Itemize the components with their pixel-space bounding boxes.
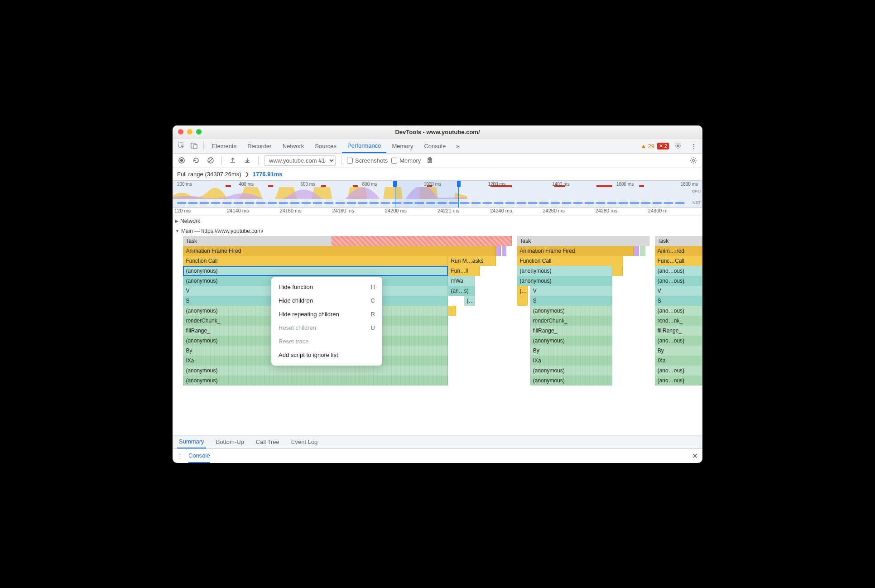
flame-entry[interactable]: (ano…ous) — [655, 336, 702, 346]
tab-performance[interactable]: Performance — [342, 139, 386, 153]
flame-entry[interactable]: (ano…ous) — [655, 306, 702, 316]
network-track-header[interactable]: ▶ Network — [173, 216, 702, 226]
flame-entry[interactable]: Animation Frame Fired — [183, 246, 495, 256]
flame-entry[interactable]: (an…s) — [448, 286, 475, 296]
detail-tab-bottom-up[interactable]: Bottom-Up — [214, 435, 246, 448]
recording-select[interactable]: www.youtube.com #1 — [264, 155, 336, 166]
screenshots-checkbox-input[interactable] — [347, 158, 353, 164]
tab-recorder[interactable]: Recorder — [242, 139, 277, 153]
tab-memory[interactable]: Memory — [386, 139, 418, 153]
flame-entry[interactable]: By — [655, 346, 702, 356]
flame-entry[interactable]: (… — [517, 286, 528, 296]
flame-entry[interactable]: Anim…ired — [655, 246, 702, 256]
breadcrumb-full-range[interactable]: Full range (34307.26ms) — [177, 171, 241, 178]
flame-entry[interactable]: Fun…ll — [448, 266, 480, 276]
screenshots-checkbox[interactable]: Screenshots — [347, 157, 388, 164]
memory-checkbox-input[interactable] — [391, 158, 397, 164]
flame-entry[interactable]: V — [655, 286, 702, 296]
flame-entry[interactable]: rend…nk_ — [655, 316, 702, 326]
detail-tab-summary[interactable]: Summary — [177, 435, 206, 448]
context-menu-item-hide-repeating[interactable]: Hide repeating children R — [271, 308, 382, 321]
garbage-collect-icon[interactable] — [424, 155, 435, 166]
inspect-element-icon[interactable] — [175, 140, 188, 152]
maximize-window-button[interactable] — [196, 129, 202, 135]
flame-entry[interactable] — [612, 266, 623, 276]
flame-entry[interactable]: (anonymous) — [530, 366, 612, 376]
flame-entry[interactable]: (anonymous) — [183, 376, 448, 386]
more-tabs-icon[interactable]: » — [451, 140, 464, 152]
flame-entry[interactable]: (anonymous) — [517, 266, 613, 276]
context-menu-item-hide-function[interactable]: Hide function H — [271, 280, 382, 294]
flame-entry[interactable] — [634, 246, 639, 256]
flame-longtask[interactable] — [332, 236, 512, 246]
tab-sources[interactable]: Sources — [309, 139, 342, 153]
kebab-menu-icon[interactable]: ⋮ — [687, 140, 700, 152]
record-button-icon[interactable] — [176, 155, 187, 166]
flame-entry[interactable]: Task — [655, 236, 702, 246]
flame-entry[interactable]: Task — [517, 236, 650, 246]
flame-entry[interactable]: IXa — [655, 356, 702, 366]
context-menu-item-hide-children[interactable]: Hide children C — [271, 294, 382, 308]
reload-button-icon[interactable] — [191, 155, 202, 166]
triangle-right-icon: ▶ — [175, 219, 178, 223]
flame-entry[interactable]: (ano…ous) — [655, 266, 702, 276]
flame-entry[interactable]: (anonymous) — [530, 376, 612, 386]
flame-entry[interactable]: (ano…ous) — [655, 276, 702, 286]
drawer-menu-icon[interactable]: ⋮ — [177, 453, 183, 459]
device-toggle-icon[interactable] — [188, 140, 201, 152]
flame-entry[interactable]: (… — [464, 296, 475, 306]
close-drawer-icon[interactable]: ✕ — [692, 452, 698, 460]
capture-settings-icon[interactable] — [688, 155, 699, 166]
flame-entry[interactable] — [517, 296, 528, 306]
tab-elements[interactable]: Elements — [207, 139, 242, 153]
close-window-button[interactable] — [178, 129, 183, 135]
flame-entry[interactable]: (anonymous) — [183, 366, 448, 376]
detail-tab-event-log[interactable]: Event Log — [289, 435, 320, 448]
flame-entry[interactable]: (anonymous) — [517, 276, 613, 286]
flame-entry[interactable] — [496, 246, 501, 256]
flame-entry[interactable]: Func…Call — [655, 256, 702, 266]
context-menu-item-ignore-list[interactable]: Add script to ignore list — [271, 348, 382, 362]
flame-entry[interactable]: (anonymous) — [530, 336, 612, 346]
flame-entry[interactable] — [640, 246, 645, 256]
flame-entry[interactable]: renderChunk_ — [530, 316, 612, 326]
console-tab[interactable]: Console — [188, 448, 210, 463]
breadcrumb-current[interactable]: 1776.91ms — [253, 171, 283, 178]
main-tabbar: Elements Recorder Network Sources Perfor… — [173, 139, 702, 154]
detail-tab-call-tree[interactable]: Call Tree — [254, 435, 281, 448]
flame-chart[interactable]: ▶ Network ▼ Main — https://www.youtube.c… — [173, 216, 702, 435]
flame-entry[interactable]: (anonymous) — [530, 306, 612, 316]
main-track-header[interactable]: ▼ Main — https://www.youtube.com/ — [173, 226, 702, 236]
memory-checkbox[interactable]: Memory — [391, 157, 421, 164]
flame-entry[interactable]: mWa — [448, 276, 475, 286]
download-icon[interactable] — [242, 155, 253, 166]
flame-entry[interactable]: Animation Frame Fired — [517, 246, 634, 256]
flame-entry[interactable]: V — [530, 286, 612, 296]
errors-badge[interactable]: ✕ 2 — [657, 143, 669, 149]
svg-point-3 — [677, 145, 679, 147]
flame-entry[interactable]: S — [655, 296, 702, 306]
flame-entry[interactable]: By — [530, 346, 612, 356]
warnings-badge[interactable]: ▲ 29 — [641, 143, 654, 149]
flame-entry[interactable]: (ano…ous) — [655, 376, 702, 386]
flame-entry-selected[interactable]: (anonymous) — [183, 266, 448, 276]
flame-entry[interactable]: (ano…ous) — [655, 366, 702, 376]
tab-network[interactable]: Network — [277, 139, 310, 153]
upload-icon[interactable] — [227, 155, 238, 166]
timeline-overview[interactable]: 200 ms 400 ms 600 ms 800 ms 1000 ms 1200… — [173, 181, 702, 208]
flame-entry[interactable]: S — [530, 296, 612, 306]
flame-entry[interactable]: fillRange_ — [655, 326, 702, 336]
context-menu-item-reset-trace: Reset trace — [271, 335, 382, 348]
window-title: DevTools - www.youtube.com/ — [173, 129, 702, 135]
flame-entry[interactable]: fillRange_ — [530, 326, 612, 336]
flame-entry[interactable] — [448, 306, 456, 316]
flame-entry[interactable]: Run M…asks — [448, 256, 495, 266]
minimize-window-button[interactable] — [187, 129, 192, 135]
flame-entry[interactable]: IXa — [530, 356, 612, 366]
flame-entry[interactable] — [502, 246, 506, 256]
clear-button-icon[interactable] — [205, 155, 216, 166]
settings-icon[interactable] — [672, 140, 684, 152]
tab-console[interactable]: Console — [418, 139, 451, 153]
flame-entry[interactable]: Function Call — [183, 256, 448, 266]
flame-entry[interactable]: Function Call — [517, 256, 623, 266]
